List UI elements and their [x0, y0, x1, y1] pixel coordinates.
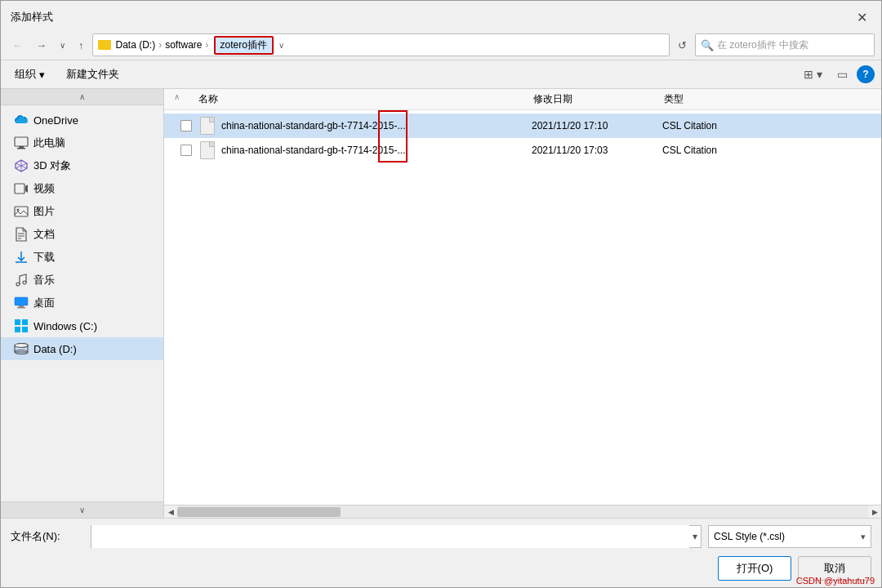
- file-checkbox-area-1[interactable]: [174, 120, 198, 131]
- music-icon: [14, 273, 29, 287]
- drive-icon: [14, 341, 29, 356]
- sidebar-item-video[interactable]: 视频: [1, 177, 163, 200]
- sidebar: OneDrive 此电脑 3D 对象: [1, 105, 164, 363]
- file-icon-2: [198, 141, 216, 159]
- bottom-bar: 文件名(N): ▾ CSL Style (*.csl) ▾ 打开(O) 取消: [1, 518, 881, 587]
- col-header-type[interactable]: 类型: [664, 92, 871, 106]
- svg-point-10: [17, 209, 20, 212]
- sidebar-item-3d[interactable]: 3D 对象: [1, 154, 163, 177]
- sidebar-item-desktop-label: 桌面: [33, 296, 55, 310]
- sidebar-item-doc[interactable]: 文档: [1, 223, 163, 246]
- table-row[interactable]: china-national-standard-gb-t-7714-2015-.…: [164, 114, 881, 138]
- file-checkbox-area-2[interactable]: [174, 145, 198, 156]
- filetype-select-text: CSL Style (*.csl): [714, 531, 785, 542]
- onedrive-icon: [14, 113, 29, 127]
- search-placeholder: 在 zotero插件 中搜索: [717, 38, 808, 52]
- view-icon: ⊞: [804, 68, 813, 81]
- breadcrumb-data-d: Data (D:) › software ›: [116, 39, 211, 51]
- svg-rect-20: [15, 319, 20, 325]
- close-button[interactable]: ✕: [852, 7, 871, 27]
- file-checkbox-2[interactable]: [180, 145, 192, 156]
- sidebar-item-windows-label: Windows (C:): [33, 320, 97, 332]
- sidebar-item-pc-label: 此电脑: [33, 136, 65, 150]
- file-date-1: 2021/11/20 17:10: [532, 120, 662, 131]
- sidebar-scroll-down[interactable]: ∨: [1, 501, 163, 518]
- sidebar-item-image-label: 图片: [33, 204, 55, 219]
- svg-rect-1: [19, 146, 24, 148]
- sidebar-item-music-label: 音乐: [33, 273, 55, 287]
- svg-rect-17: [15, 297, 28, 305]
- file-type-2: CSL Citation: [662, 145, 871, 156]
- 3d-icon: [14, 158, 29, 173]
- windows-icon: [14, 318, 29, 333]
- title-bar: 添加样式 ✕: [1, 1, 881, 30]
- help-button[interactable]: ?: [857, 65, 875, 83]
- sidebar-item-onedrive[interactable]: OneDrive: [1, 109, 163, 131]
- file-checkbox-1[interactable]: [180, 120, 192, 131]
- sidebar-item-data-d-label: Data (D:): [33, 343, 77, 355]
- address-chevron[interactable]: ∨: [277, 41, 286, 50]
- sidebar-item-desktop[interactable]: 桌面: [1, 292, 163, 314]
- folder-icon: [98, 40, 111, 50]
- breadcrumb-sep-2: ›: [206, 39, 209, 51]
- filename-dropdown-btn[interactable]: ▾: [689, 531, 701, 542]
- file-list: china-national-standard-gb-t-7714-2015-.…: [164, 110, 881, 505]
- column-headers: ∧ 名称 修改日期 类型: [164, 89, 881, 110]
- content-pane-inner: china-national-standard-gb-t-7714-2015-.…: [164, 110, 881, 505]
- table-row[interactable]: china-national-standard-gb-t-7714-2015-.…: [164, 138, 881, 163]
- h-scroll-thumb[interactable]: [177, 507, 341, 517]
- watermark: CSDN @yitahutu79: [796, 576, 875, 586]
- filetype-select-arrow: ▾: [861, 532, 866, 542]
- new-folder-button[interactable]: 新建文件夹: [59, 64, 127, 85]
- organize-button[interactable]: 组织 ▾: [7, 64, 52, 85]
- sidebar-item-pc[interactable]: 此电脑: [1, 131, 163, 154]
- sidebar-item-music[interactable]: 音乐: [1, 269, 163, 292]
- h-scroll-track[interactable]: [177, 506, 868, 519]
- doc-icon: [14, 227, 29, 242]
- open-button[interactable]: 打开(O): [718, 556, 791, 581]
- breadcrumb-label-data: Data (D:): [116, 39, 156, 51]
- doc-file-icon-2: [200, 141, 215, 159]
- sidebar-item-image[interactable]: 图片: [1, 200, 163, 223]
- h-scroll-left[interactable]: ◀: [164, 506, 177, 519]
- col-header-name[interactable]: 名称: [174, 92, 533, 106]
- breadcrumb-label-software: software: [165, 39, 202, 51]
- buttons-row: 打开(O) 取消: [11, 556, 871, 581]
- svg-rect-9: [15, 207, 28, 216]
- search-icon: 🔍: [701, 39, 714, 51]
- h-scroll-right[interactable]: ▶: [868, 506, 881, 519]
- col-header-date[interactable]: 修改日期: [533, 92, 664, 106]
- up-button[interactable]: ↑: [74, 36, 89, 55]
- view-button[interactable]: ⊞ ▾: [798, 65, 828, 84]
- svg-rect-23: [22, 327, 28, 332]
- organize-arrow: ▾: [39, 69, 45, 81]
- file-name-1: china-national-standard-gb-t-7714-2015-.…: [221, 120, 532, 131]
- sidebar-item-download[interactable]: 下载: [1, 246, 163, 269]
- breadcrumb-sep-1: ›: [158, 39, 162, 51]
- back-button[interactable]: ←: [7, 36, 28, 55]
- sidebar-item-doc-label: 文档: [33, 227, 55, 242]
- breadcrumb-active: zotero插件: [214, 36, 274, 55]
- nav-bar: ← → ∨ ↑ Data (D:) › software › zotero插件 …: [1, 30, 881, 60]
- refresh-button[interactable]: ↺: [673, 36, 692, 55]
- svg-rect-7: [15, 184, 24, 194]
- sidebar-item-download-label: 下载: [33, 250, 55, 265]
- svg-point-26: [15, 344, 28, 348]
- video-icon: [14, 181, 29, 196]
- filetype-select[interactable]: CSL Style (*.csl) ▾: [708, 525, 871, 548]
- sidebar-item-windows[interactable]: Windows (C:): [1, 314, 163, 337]
- main-area: ∧ OneDrive 此电脑: [1, 89, 881, 518]
- h-scroll-area: ◀ ▶: [164, 505, 881, 518]
- pane-button[interactable]: ▭: [831, 65, 853, 84]
- filename-input[interactable]: [91, 525, 689, 548]
- address-bar[interactable]: Data (D:) › software › zotero插件 ∨: [92, 33, 670, 56]
- sidebar-scroll-up[interactable]: ∧: [1, 89, 163, 105]
- dropdown-nav-button[interactable]: ∨: [55, 38, 70, 53]
- svg-rect-21: [22, 319, 28, 325]
- doc-file-icon-1: [200, 117, 215, 135]
- svg-rect-2: [17, 148, 25, 149]
- filename-label: 文件名(N):: [11, 529, 84, 544]
- sort-arrow: ∧: [174, 92, 180, 101]
- forward-button[interactable]: →: [31, 36, 51, 55]
- sidebar-item-data-d[interactable]: Data (D:): [1, 337, 163, 360]
